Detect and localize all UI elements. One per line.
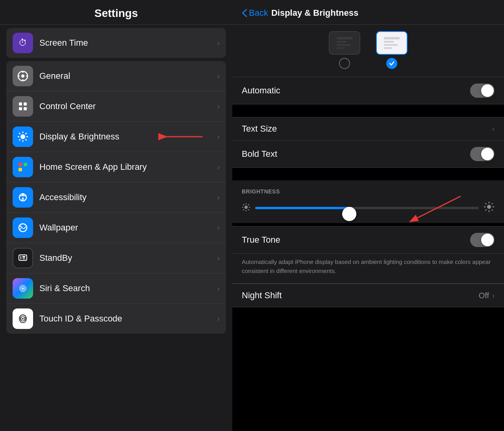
svg-rect-49 xyxy=(384,41,394,43)
night-shift-row[interactable]: Night Shift Off › xyxy=(232,284,504,307)
svg-rect-21 xyxy=(19,163,22,166)
touchid-icon xyxy=(13,308,33,329)
back-chevron-icon xyxy=(242,9,247,17)
svg-line-60 xyxy=(248,209,249,210)
svg-point-41 xyxy=(22,318,24,320)
svg-rect-9 xyxy=(24,107,27,110)
standby-icon xyxy=(13,248,33,268)
settings-item-display[interactable]: Display & Brightness › xyxy=(6,122,226,152)
bold-text-toggle[interactable] xyxy=(470,147,495,161)
settings-item-standby[interactable]: StandBy › xyxy=(6,243,226,273)
home-screen-label: Home Screen & App Library xyxy=(39,162,217,172)
text-size-label: Text Size xyxy=(242,124,492,134)
brightness-slider-thumb[interactable] xyxy=(342,207,356,221)
display-icon xyxy=(13,126,33,147)
svg-line-29 xyxy=(23,197,24,201)
svg-point-63 xyxy=(487,205,491,209)
automatic-row: Automatic xyxy=(232,77,504,104)
svg-rect-51 xyxy=(384,47,392,49)
dark-mode-check xyxy=(339,58,350,69)
settings-item-home-screen[interactable]: Home Screen & App Library › xyxy=(6,152,226,182)
svg-line-18 xyxy=(26,133,27,134)
settings-item-siri[interactable]: Siri & Search › xyxy=(6,273,226,304)
light-mode-preview-graphic xyxy=(382,35,402,51)
wallpaper-label: Wallpaper xyxy=(39,223,217,233)
bold-text-row: Bold Text xyxy=(232,141,504,168)
right-panel-header: Back Display & Brightness xyxy=(232,0,504,25)
appearance-light[interactable] xyxy=(376,31,408,69)
brightness-low-icon xyxy=(242,203,250,214)
right-header-title: Display & Brightness xyxy=(271,8,358,18)
brightness-slider-container xyxy=(255,201,479,215)
divider-1 xyxy=(232,104,504,117)
svg-rect-22 xyxy=(24,163,27,166)
automatic-toggle-thumb xyxy=(481,84,494,97)
general-icon xyxy=(13,66,33,86)
text-size-row[interactable]: Text Size › xyxy=(232,117,504,141)
display-brightness-panel: Back Display & Brightness xyxy=(232,0,504,431)
night-shift-value: Off xyxy=(479,291,489,300)
control-center-icon xyxy=(13,96,33,117)
bold-text-label: Bold Text xyxy=(242,149,470,159)
divider-2 xyxy=(232,168,504,180)
svg-point-1 xyxy=(21,74,24,78)
svg-point-54 xyxy=(245,206,248,209)
svg-point-38 xyxy=(22,288,24,290)
svg-rect-46 xyxy=(337,47,345,49)
svg-point-31 xyxy=(20,226,22,227)
siri-icon xyxy=(13,278,33,299)
svg-rect-34 xyxy=(22,256,25,258)
svg-rect-24 xyxy=(24,168,27,171)
true-tone-toggle[interactable] xyxy=(470,233,495,247)
settings-title: Settings xyxy=(0,7,232,20)
settings-left-panel: Settings ⏱ Screen Time › xyxy=(0,0,232,431)
back-label: Back xyxy=(249,8,268,18)
settings-item-accessibility[interactable]: Accessibility › xyxy=(6,182,226,213)
automatic-toggle[interactable] xyxy=(470,84,495,98)
siri-label: Siri & Search xyxy=(39,283,217,294)
night-shift-chevron: › xyxy=(492,292,495,300)
left-header: Settings xyxy=(0,0,232,25)
standby-label: StandBy xyxy=(39,253,217,263)
svg-line-71 xyxy=(492,203,493,204)
svg-rect-6 xyxy=(19,102,22,106)
text-size-chevron: › xyxy=(492,125,495,133)
brightness-slider-track xyxy=(255,207,479,209)
settings-item-wallpaper[interactable]: Wallpaper › xyxy=(6,213,226,243)
brightness-high-icon xyxy=(484,201,495,215)
night-shift-label: Night Shift xyxy=(242,290,479,301)
right-panel-content: Automatic Text Size › Bold Text xyxy=(232,25,504,431)
display-chevron: › xyxy=(217,133,220,141)
svg-line-59 xyxy=(243,204,244,205)
true-tone-toggle-thumb xyxy=(481,234,494,246)
control-center-chevron: › xyxy=(217,102,220,111)
screen-time-label: Screen Time xyxy=(39,38,217,48)
dark-mode-preview-graphic xyxy=(335,35,354,51)
appearance-section xyxy=(232,25,504,77)
screen-time-chevron: › xyxy=(217,39,220,47)
display-label: Display & Brightness xyxy=(39,132,217,142)
svg-point-10 xyxy=(20,134,25,139)
svg-line-68 xyxy=(485,203,487,204)
touchid-chevron: › xyxy=(217,315,220,323)
settings-item-control-center[interactable]: Control Center › xyxy=(6,91,226,122)
true-tone-label: True Tone xyxy=(242,235,470,245)
svg-rect-7 xyxy=(24,102,27,106)
svg-rect-45 xyxy=(337,44,350,46)
svg-line-15 xyxy=(19,133,20,134)
dark-preview xyxy=(329,31,360,55)
svg-line-16 xyxy=(26,139,27,141)
back-button[interactable]: Back xyxy=(242,8,268,18)
brightness-slider-fill xyxy=(255,207,349,209)
svg-line-17 xyxy=(19,139,20,141)
svg-line-69 xyxy=(492,210,493,211)
appearance-dark[interactable] xyxy=(329,31,360,69)
settings-list: ⏱ Screen Time › xyxy=(0,25,232,431)
wallpaper-chevron: › xyxy=(217,224,220,232)
svg-rect-43 xyxy=(337,37,352,39)
settings-item-general[interactable]: General › xyxy=(6,61,226,91)
settings-item-touchid[interactable]: Touch ID & Passcode › xyxy=(6,304,226,334)
svg-line-61 xyxy=(243,209,244,210)
settings-item-screen-time[interactable]: ⏱ Screen Time › xyxy=(6,28,226,58)
brightness-label: BRIGHTNESS xyxy=(242,188,495,195)
